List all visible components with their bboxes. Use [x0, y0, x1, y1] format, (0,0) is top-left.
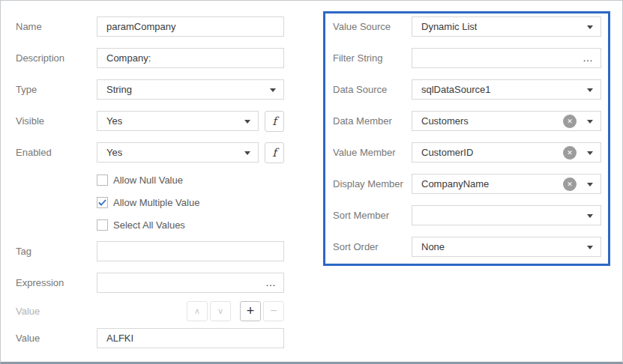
visible-dropdown[interactable]: Yes	[97, 111, 259, 131]
field-row-data-member: Data Member Customers ✕	[333, 111, 608, 131]
value-source-label: Value Source	[333, 21, 412, 32]
tag-label: Tag	[16, 246, 97, 257]
field-row-value-source: Value Source Dynamic List	[333, 16, 608, 37]
sort-member-dropdown[interactable]	[412, 205, 601, 225]
filter-string-label: Filter String	[333, 52, 412, 64]
field-row-visible: Visible Yes f	[16, 111, 284, 131]
parameter-options-checkbox-group: Allow Null Value Allow Multiple Value Se…	[97, 174, 284, 231]
sort-order-dropdown-value: None	[421, 241, 445, 252]
allow-null-value-label: Allow Null Value	[113, 175, 183, 186]
chevron-down-icon	[270, 88, 276, 92]
chevron-down-icon	[244, 120, 250, 124]
enabled-label: Enabled	[16, 147, 97, 158]
remove-value-button[interactable]: −	[263, 301, 284, 321]
ellipsis-button[interactable]: …	[265, 276, 277, 288]
value-source-dropdown-value: Dynamic List	[421, 21, 477, 32]
value-list-label: Value	[16, 306, 97, 317]
allow-multiple-value-checkbox-row[interactable]: Allow Multiple Value	[97, 196, 284, 208]
field-row-name: Name	[16, 16, 284, 37]
checkbox-unchecked[interactable]	[97, 175, 108, 186]
move-up-button[interactable]: ∧	[187, 301, 208, 321]
fx-icon: f	[272, 146, 277, 160]
field-row-enabled: Enabled Yes f	[16, 142, 284, 163]
ellipsis-button[interactable]: …	[583, 51, 594, 63]
name-input[interactable]	[97, 16, 284, 37]
chevron-down-icon	[587, 88, 593, 92]
value-label: Value	[16, 333, 97, 344]
parameter-editor-panel: Name Description Type String Visible Yes…	[0, 0, 623, 364]
visible-expression-fx-button[interactable]: f	[265, 111, 284, 132]
data-member-dropdown-value: Customers	[421, 115, 469, 127]
chevron-down-icon	[244, 151, 250, 155]
sort-order-label: Sort Order	[333, 241, 412, 252]
select-all-values-checkbox-row[interactable]: Select All Values	[97, 219, 284, 231]
chevron-down-icon	[587, 120, 593, 124]
chevron-down-icon	[587, 183, 593, 186]
name-label: Name	[16, 21, 97, 32]
chevron-down-icon	[587, 151, 593, 155]
enabled-expression-fx-button[interactable]: f	[265, 142, 284, 163]
data-source-dropdown[interactable]: sqlDataSource1	[412, 79, 601, 100]
value-list-toolbar: Value ∧ ∨ + −	[16, 300, 284, 321]
visible-dropdown-value: Yes	[106, 115, 122, 127]
field-row-value: Value	[16, 328, 284, 348]
data-member-dropdown[interactable]: Customers ✕	[412, 111, 601, 131]
description-input[interactable]	[97, 48, 284, 68]
field-row-value-member: Value Member CustomerID ✕	[333, 142, 608, 163]
allow-multiple-value-label: Allow Multiple Value	[113, 197, 199, 208]
data-member-label: Data Member	[333, 115, 412, 127]
chevron-down-icon	[587, 246, 593, 249]
description-label: Description	[16, 52, 97, 64]
checkbox-checked[interactable]	[97, 197, 108, 208]
filter-string-field[interactable]: …	[412, 48, 601, 68]
field-row-tag: Tag	[16, 241, 284, 261]
value-member-dropdown[interactable]: CustomerID ✕	[412, 142, 601, 163]
chevron-down-icon	[587, 214, 593, 218]
chevron-down-icon: ∨	[217, 306, 223, 316]
value-input[interactable]	[97, 328, 284, 348]
chevron-up-icon: ∧	[194, 306, 200, 316]
tag-input[interactable]	[97, 241, 284, 261]
type-label: Type	[16, 84, 97, 95]
select-all-values-label: Select All Values	[113, 219, 185, 231]
enabled-dropdown-value: Yes	[106, 147, 122, 158]
display-member-dropdown[interactable]: CompanyName ✕	[412, 174, 601, 194]
expression-label: Expression	[16, 277, 97, 288]
clear-icon[interactable]: ✕	[563, 115, 577, 128]
checkmark-icon	[98, 199, 106, 206]
display-member-dropdown-value: CompanyName	[421, 178, 489, 189]
field-row-sort-member: Sort Member	[333, 205, 608, 225]
sort-member-label: Sort Member	[333, 210, 412, 221]
value-member-label: Value Member	[333, 147, 412, 158]
minus-icon: −	[270, 304, 277, 318]
dynamic-list-settings-panel: Value Source Dynamic List Filter String …	[323, 11, 610, 266]
checkbox-unchecked[interactable]	[97, 219, 108, 231]
parameter-general-section: Name Description Type String Visible Yes…	[16, 16, 284, 360]
field-row-filter-string: Filter String …	[333, 48, 608, 68]
data-source-label: Data Source	[333, 84, 412, 95]
field-row-type: Type String	[16, 79, 284, 100]
expression-field[interactable]: …	[97, 273, 284, 293]
value-source-dropdown[interactable]: Dynamic List	[412, 16, 601, 37]
fx-icon: f	[272, 115, 277, 128]
enabled-dropdown[interactable]: Yes	[97, 142, 259, 163]
field-row-data-source: Data Source sqlDataSource1	[333, 79, 608, 100]
data-source-dropdown-value: sqlDataSource1	[421, 84, 491, 95]
plus-icon: +	[247, 303, 255, 319]
chevron-down-icon	[587, 25, 593, 29]
display-member-label: Display Member	[333, 178, 412, 189]
value-member-dropdown-value: CustomerID	[421, 147, 473, 158]
clear-icon[interactable]: ✕	[563, 178, 577, 191]
field-row-display-member: Display Member CompanyName ✕	[333, 174, 608, 194]
field-row-sort-order: Sort Order None	[333, 237, 608, 257]
visible-label: Visible	[16, 115, 97, 127]
move-down-button[interactable]: ∨	[210, 301, 231, 321]
add-value-button[interactable]: +	[240, 301, 261, 321]
field-row-expression: Expression …	[16, 273, 284, 293]
clear-icon[interactable]: ✕	[563, 146, 577, 160]
sort-order-dropdown[interactable]: None	[412, 237, 601, 257]
type-dropdown-value: String	[106, 84, 132, 95]
type-dropdown[interactable]: String	[97, 79, 284, 100]
allow-null-value-checkbox-row[interactable]: Allow Null Value	[97, 174, 284, 186]
field-row-description: Description	[16, 48, 284, 68]
